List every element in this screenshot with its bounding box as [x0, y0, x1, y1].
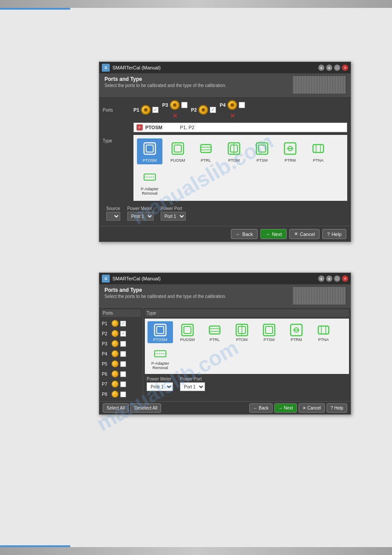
w2-port-p2-knob[interactable] — [111, 330, 119, 337]
w2-type-ptrm-label: PTRM — [291, 337, 302, 342]
help-label2: Help — [334, 406, 343, 410]
deselect-all-button2[interactable]: Deselect All — [130, 403, 161, 413]
type-ptna1[interactable]: PTNA — [306, 138, 331, 164]
cancel-x2: ✕ — [302, 406, 306, 410]
w2-port-p3-cb[interactable] — [120, 341, 126, 347]
power-port-label1: Power Port — [161, 206, 186, 211]
port-p2: P2 ✓ — [191, 105, 216, 116]
minimize-button1[interactable]: ● — [318, 65, 324, 71]
w2-port-p1-cb[interactable]: ✓ — [120, 321, 126, 326]
w2-port-p1-knob[interactable] — [111, 320, 119, 327]
app-logo1: S — [102, 64, 110, 72]
window2-controls: ● ● □ ✕ — [318, 276, 348, 282]
w2-port-p6-cb[interactable] — [120, 371, 126, 377]
select-all-label2: Select All — [107, 406, 125, 410]
maximize-button1[interactable]: □ — [334, 65, 340, 71]
restore-button1[interactable]: ● — [326, 65, 332, 71]
window1-header-sub: Select the ports to be calibrated and th… — [104, 83, 226, 88]
help-button1[interactable]: ? Help — [322, 229, 346, 239]
w2-type-grid: PTOSM PUOSM — [145, 319, 349, 374]
next-arrow2: → — [278, 406, 283, 410]
w2-port-p8-label: P8 — [102, 392, 110, 397]
w2-type-padapter[interactable]: P-Adapter Removal — [147, 345, 173, 371]
port-p1: P1 ✓ — [133, 105, 158, 116]
port-p3-checkbox[interactable] — [181, 102, 187, 108]
close-button2[interactable]: ✕ — [342, 276, 348, 282]
w2-type-ptom[interactable]: PTOM — [229, 321, 255, 343]
w2-port-p4-knob[interactable] — [111, 350, 119, 357]
w2-port-p2-label: P2 — [102, 331, 110, 336]
power-port-select1[interactable]: Port 1 — [161, 212, 186, 221]
type-grid1: PTOSM PUOSM — [137, 138, 344, 197]
w2-type-ptosm[interactable]: PTOSM — [147, 321, 173, 343]
titlebar1: S SMARTerCal (Manual) ● ● □ ✕ — [99, 62, 351, 73]
port-p1-knob[interactable] — [141, 105, 151, 115]
help-button2[interactable]: ? Help — [327, 403, 347, 413]
svg-rect-1 — [146, 145, 153, 152]
back-button2[interactable]: ← Back — [249, 403, 273, 413]
port-p1-checkbox[interactable]: ✓ — [152, 107, 158, 113]
port-p3-label: P3 — [162, 102, 168, 108]
w2-type-ptna[interactable]: PTNA — [311, 321, 336, 343]
w2-port-p8-cb[interactable] — [120, 392, 126, 397]
w2-port-p5-cb[interactable] — [120, 361, 126, 367]
maximize-button2[interactable]: □ — [334, 276, 340, 282]
w2-power-meter-select[interactable]: Pmtr 1 — [147, 382, 173, 391]
type-ptrl1[interactable]: PTRL — [193, 138, 219, 164]
w2-type-ptsm-icon — [262, 323, 277, 337]
port-p4-checkbox[interactable] — [239, 102, 245, 108]
deselect-all-label2: Deselect All — [134, 406, 157, 410]
type-padapter1[interactable]: P-Adapter Removal — [137, 167, 162, 197]
next-button1[interactable]: → Next — [260, 229, 287, 239]
type-puosm1[interactable]: PUOSM — [165, 138, 191, 164]
type-ptsm1[interactable]: PTSM — [249, 138, 275, 164]
w2-type-ptsm[interactable]: PTSM — [256, 321, 282, 343]
w2-port-p8-knob[interactable] — [111, 391, 119, 398]
next-button2[interactable]: → Next — [274, 403, 297, 413]
power-meter-select1[interactable]: Pmtr 1 — [127, 212, 154, 221]
close-button1[interactable]: ✕ — [342, 65, 348, 71]
cancel-button2[interactable]: ✕ Cancel — [298, 403, 325, 413]
w2-port-p7: P7 — [101, 379, 141, 389]
w2-port-p2-cb[interactable]: ✓ — [120, 331, 126, 337]
port-p4-knob[interactable] — [227, 100, 237, 110]
w2-power-meter-label: Power Meter — [147, 377, 173, 381]
w2-port-p7-cb[interactable] — [120, 381, 126, 387]
w2-port-p4-cb[interactable] — [120, 351, 126, 357]
w2-port-p6-knob[interactable] — [111, 370, 119, 377]
cancel-button1[interactable]: ✕ Cancel — [289, 229, 320, 239]
port-p2-knob[interactable] — [198, 105, 208, 115]
w2-type-puosm[interactable]: PUOSM — [175, 321, 200, 343]
w2-port-p3-knob[interactable] — [111, 340, 119, 347]
top-bar — [0, 0, 392, 8]
w2-type-ptrl[interactable]: PTRL — [202, 321, 227, 343]
window2: S SMARTerCal (Manual) ● ● □ ✕ Ports and … — [99, 272, 351, 415]
source-select1[interactable] — [106, 212, 120, 221]
cancel-label2: Cancel — [307, 406, 321, 410]
restore-button2[interactable]: ● — [326, 276, 332, 282]
w2-power-port-select[interactable]: Port 1 — [180, 382, 205, 391]
window1-title: SMARTerCal (Manual) — [112, 65, 318, 70]
source-label1: Source — [106, 206, 120, 211]
w2-type-ptrl-icon — [207, 323, 222, 337]
help-icon1: ? — [327, 232, 330, 237]
port-p2-checkbox[interactable]: ✓ — [210, 107, 216, 113]
w2-port-p7-knob[interactable] — [111, 381, 119, 388]
type-ptosm1[interactable]: PTOSM — [137, 138, 162, 164]
select-all-button2[interactable]: Select All — [103, 403, 129, 413]
type-ptna-icon1 — [310, 140, 327, 157]
minimize-button2[interactable]: ● — [318, 276, 324, 282]
back-button1[interactable]: ← Back — [231, 229, 258, 239]
window2-title: SMARTerCal (Manual) — [112, 276, 318, 281]
ports-container1: P1 ✓ P3 ✕ P2 — [133, 100, 347, 120]
port-p3-knob[interactable] — [170, 100, 180, 110]
window1: S SMARTerCal (Manual) ● ● □ ✕ Ports and … — [99, 62, 351, 242]
next-label2: Next — [284, 406, 293, 410]
type-ptom1[interactable]: PTOM — [221, 138, 247, 164]
type-ptrm1[interactable]: PTRM — [277, 138, 303, 164]
port-p3: P3 ✕ — [162, 100, 187, 120]
w2-power-row: Power Meter Pmtr 1 Power Port Port 1 — [145, 374, 349, 394]
w2-port-p5-knob[interactable] — [111, 360, 119, 367]
w2-type-ptrm[interactable]: PTRM — [284, 321, 309, 343]
next-label1: Next — [272, 232, 282, 237]
